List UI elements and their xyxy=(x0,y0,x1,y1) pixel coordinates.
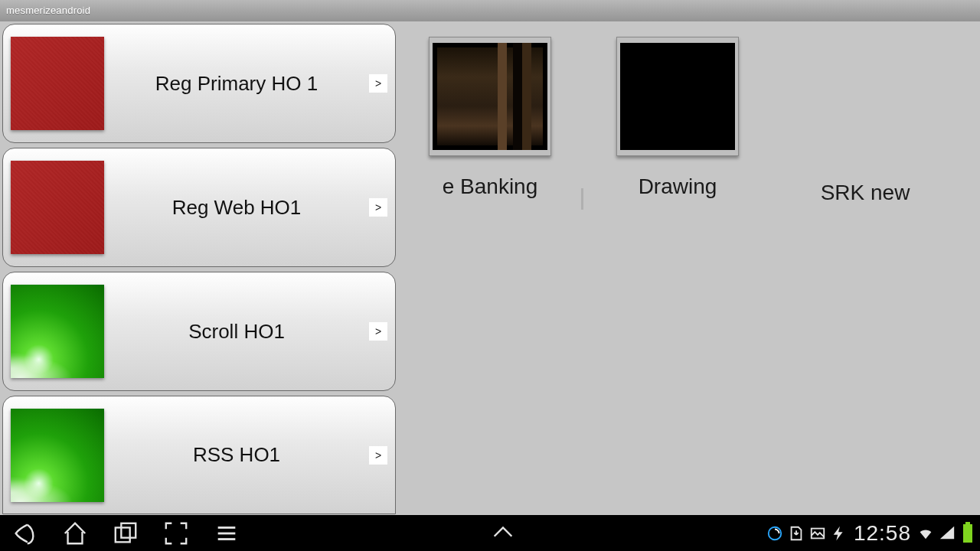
list-item-label: Scroll HO1 xyxy=(104,320,369,344)
chevron-right-icon[interactable]: > xyxy=(369,74,387,93)
svg-rect-1 xyxy=(121,523,136,537)
expand-up-icon[interactable] xyxy=(489,520,517,547)
grid-item-label: Drawing xyxy=(639,174,717,199)
charging-icon xyxy=(831,525,848,542)
content-area: Reg Primary HO 1 > Reg Web HO1 > Scroll … xyxy=(0,21,980,515)
grid-item-srk[interactable]: SRK new xyxy=(804,37,926,205)
battery-icon xyxy=(963,524,972,543)
list-item-rss[interactable]: RSS HO1 > xyxy=(2,396,396,514)
thumbnail-image xyxy=(433,43,547,150)
system-navbar: 12:58 xyxy=(0,515,980,551)
window-title: mesmerizeandroid xyxy=(6,5,90,16)
chevron-right-icon[interactable]: > xyxy=(369,322,387,341)
left-list-panel: Reg Primary HO 1 > Reg Web HO1 > Scroll … xyxy=(0,21,398,515)
thumbnail-icon xyxy=(11,37,104,130)
screenshot-icon[interactable] xyxy=(162,520,190,547)
navbar-center xyxy=(240,520,766,547)
navbar-left xyxy=(8,520,240,547)
signal-icon xyxy=(939,525,956,542)
download-icon xyxy=(788,525,805,542)
list-item-reg-web[interactable]: Reg Web HO1 > xyxy=(2,148,396,267)
list-item-reg-primary[interactable]: Reg Primary HO 1 > xyxy=(2,24,396,143)
thumbnail-image xyxy=(620,43,735,150)
navbar-right: 12:58 xyxy=(766,521,972,546)
list-item-label: Reg Web HO1 xyxy=(104,196,369,220)
picture-icon xyxy=(809,525,826,542)
thumbnail-frame xyxy=(429,37,551,156)
recent-apps-icon[interactable] xyxy=(112,520,139,547)
grid-item-label: e Banking xyxy=(443,174,538,199)
chevron-right-icon[interactable]: > xyxy=(369,446,387,465)
thumbnail-icon xyxy=(11,409,104,502)
list-item-scroll[interactable]: Scroll HO1 > xyxy=(2,272,396,391)
wifi-icon xyxy=(917,525,934,542)
thumbnail-icon xyxy=(11,161,104,254)
svg-rect-0 xyxy=(116,527,130,542)
clock-time: 12:58 xyxy=(854,521,911,546)
grid-item-label: SRK new xyxy=(821,181,910,205)
thumbnail-frame xyxy=(616,37,739,156)
grid-item-banking[interactable]: e Banking xyxy=(429,37,551,205)
menu-icon[interactable] xyxy=(213,520,240,547)
thumbnail-grid: e Banking Drawing SRK new xyxy=(429,37,980,205)
list-item-label: Reg Primary HO 1 xyxy=(104,72,369,96)
grid-item-drawing[interactable]: Drawing xyxy=(616,37,739,205)
right-grid-panel: e Banking Drawing SRK new xyxy=(398,21,980,515)
chevron-right-icon[interactable]: > xyxy=(369,198,387,217)
back-icon[interactable] xyxy=(11,520,38,547)
divider xyxy=(581,188,583,210)
home-icon[interactable] xyxy=(61,520,89,547)
window-titlebar: mesmerizeandroid xyxy=(0,0,980,21)
thumbnail-icon xyxy=(11,285,104,378)
sync-icon xyxy=(766,525,783,542)
list-item-label: RSS HO1 xyxy=(104,443,369,467)
